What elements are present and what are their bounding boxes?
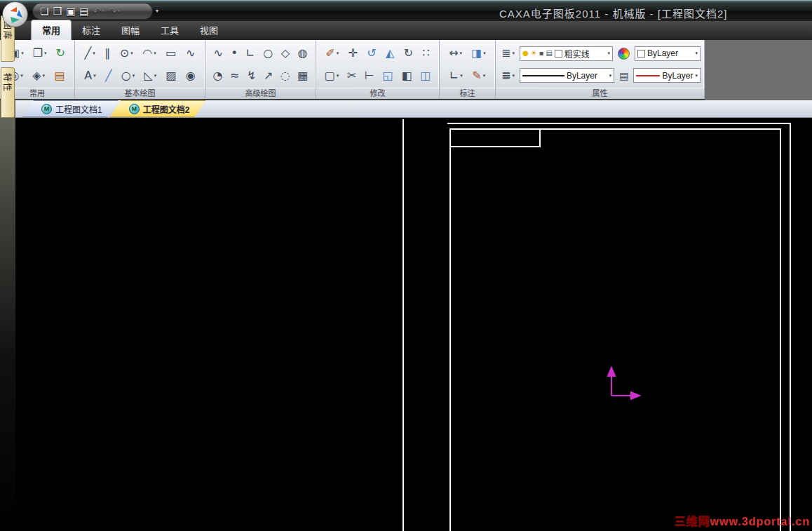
ribbon-button-circle-tangent[interactable]: ◍ bbox=[296, 45, 310, 62]
ribbon-button-coord-dimension[interactable]: ∟▾ bbox=[447, 67, 465, 84]
color-picker-button[interactable] bbox=[616, 45, 632, 62]
group-label-modify: 修改 bbox=[316, 88, 439, 99]
ribbon-button-stretch[interactable]: ▢▾ bbox=[323, 67, 341, 84]
dropdown-caret-icon[interactable]: ▾ bbox=[609, 73, 612, 79]
ribbon-button-hatch[interactable]: ▨ bbox=[163, 67, 178, 84]
ribbon-button-line[interactable]: ╱▾ bbox=[83, 45, 97, 62]
ribbon-button-arrow[interactable]: ↗ bbox=[262, 67, 275, 84]
dropdown-caret-icon[interactable]: ▾ bbox=[512, 51, 515, 56]
ribbon-button-wave-line[interactable]: ≈ bbox=[228, 67, 241, 84]
dropdown-caret-icon[interactable]: ▾ bbox=[93, 73, 96, 79]
dropdown-caret-icon[interactable]: ▾ bbox=[21, 51, 24, 56]
ribbon-button-erase[interactable]: ✐▾ bbox=[323, 45, 341, 62]
ribbon-button-break-line[interactable]: ↯ bbox=[245, 67, 258, 84]
dropdown-caret-icon[interactable]: ▾ bbox=[44, 51, 47, 56]
ribbon-button-ellipse[interactable]: ○▾ bbox=[119, 67, 137, 84]
ribbon-tab[interactable]: 工具 bbox=[150, 20, 189, 40]
ribbon-tab[interactable]: 视图 bbox=[189, 20, 229, 40]
dropdown-caret-icon[interactable]: ▾ bbox=[118, 9, 121, 14]
drawing-canvas[interactable]: 三维网www.3dportal.cn bbox=[15, 118, 812, 531]
ribbon-button-trim[interactable]: ✂ bbox=[345, 67, 358, 84]
ribbon-button-arc[interactable]: ◠▾ bbox=[140, 45, 158, 62]
line-width-button[interactable]: ≡▾ bbox=[499, 67, 517, 84]
side-tab-properties[interactable]: 特性 bbox=[1, 67, 15, 118]
ribbon-button-curve[interactable]: ∿ bbox=[184, 45, 197, 62]
ribbon-button-text[interactable]: A▾ bbox=[82, 67, 97, 84]
dropdown-caret-icon[interactable]: ▾ bbox=[154, 51, 156, 56]
ribbon-button-scale[interactable]: ◱ bbox=[381, 67, 395, 84]
ribbon-button-contour[interactable]: ◌ bbox=[278, 67, 292, 84]
dropdown-caret-icon[interactable]: ▾ bbox=[483, 51, 486, 56]
dropdown-caret-icon[interactable]: ▾ bbox=[43, 73, 46, 79]
ribbon-button-dimension-edit[interactable]: ✎▾ bbox=[470, 67, 487, 84]
ribbon-button-view-manager[interactable]: ▤ bbox=[52, 67, 67, 84]
ribbon-button-mirror[interactable]: ◭ bbox=[384, 45, 396, 62]
dropdown-caret-icon[interactable]: ▾ bbox=[512, 73, 515, 79]
ribbon-button-dimension[interactable]: ↔▾ bbox=[447, 45, 464, 62]
ribbon-button-explode[interactable]: ◫ bbox=[418, 67, 433, 84]
ribbon-button-chamfer[interactable]: ◺▾ bbox=[142, 67, 158, 84]
layer-settings-button[interactable]: ≣▾ bbox=[499, 45, 517, 62]
dropdown-caret-icon[interactable]: ▾ bbox=[337, 51, 339, 56]
dropdown-caret-icon[interactable]: ▾ bbox=[460, 73, 463, 79]
qat-button-open[interactable]: ❒ bbox=[53, 6, 62, 16]
ribbon-button-array[interactable]: ∷ bbox=[420, 45, 431, 62]
ribbon-button-solid-fill[interactable]: ▦ bbox=[295, 67, 310, 84]
dropdown-caret-icon[interactable]: ▾ bbox=[337, 73, 339, 79]
ribbon-button-rotate-copy[interactable]: ↺ bbox=[365, 45, 378, 62]
qat-button-redo[interactable]: ↷ ▾ bbox=[109, 6, 120, 16]
ribbon-button-copy[interactable]: ❐▾ bbox=[31, 45, 49, 62]
dropdown-caret-icon[interactable]: ▾ bbox=[102, 9, 104, 14]
dropdown-caret-icon[interactable]: ▾ bbox=[695, 73, 698, 79]
dropdown-caret-icon[interactable]: ▾ bbox=[695, 51, 698, 56]
qat-button-new[interactable]: ❏ bbox=[40, 6, 49, 16]
ucs-axis-icon bbox=[590, 365, 641, 408]
dropdown-caret-icon[interactable]: ▾ bbox=[154, 73, 157, 79]
ribbon-button-center-line[interactable]: ╱ bbox=[103, 67, 114, 84]
layer-freeze-icon[interactable]: ☀ bbox=[531, 50, 537, 57]
dropdown-caret-icon[interactable]: ▾ bbox=[93, 51, 95, 56]
color-combo[interactable]: ByLayer ▾ bbox=[635, 46, 701, 61]
frame-corner-block bbox=[449, 128, 541, 147]
dropdown-caret-icon[interactable]: ▾ bbox=[460, 51, 463, 56]
ribbon-button-datum-label[interactable]: ◨▾ bbox=[469, 45, 488, 62]
ribbon-button-detail-view[interactable]: ◉ bbox=[184, 67, 198, 84]
dropdown-caret-icon[interactable]: ▾ bbox=[130, 51, 133, 56]
ribbon-tab[interactable]: 常用 bbox=[31, 20, 72, 40]
qat-button-save[interactable]: ▣ bbox=[66, 6, 75, 16]
layer-combo[interactable]: ● ☀ ▪ ▤ 粗实线 ▾ bbox=[520, 46, 613, 61]
qat-customize-button[interactable]: ▾ bbox=[156, 8, 158, 14]
dropdown-caret-icon[interactable]: ▾ bbox=[20, 73, 23, 79]
ribbon-button-ellipse-adv[interactable]: ○ bbox=[261, 45, 275, 62]
document-tab[interactable]: M 工程图文档2 bbox=[110, 100, 206, 117]
ribbon-button-polygon[interactable]: ◇ bbox=[279, 45, 292, 62]
ribbon-button-partial-arc[interactable]: ◔ bbox=[211, 67, 225, 84]
linewidth-combo[interactable]: ByLayer ▾ bbox=[633, 68, 701, 83]
ribbon-button-parallel-line[interactable]: ∥ bbox=[102, 45, 112, 62]
dropdown-caret-icon[interactable]: ▾ bbox=[133, 73, 135, 79]
document-tab[interactable]: M 工程图文档1 bbox=[22, 100, 119, 117]
linetype-combo[interactable]: ByLayer ▾ bbox=[520, 68, 614, 83]
ribbon-button-formula-curve[interactable]: ∟ bbox=[243, 45, 257, 62]
ribbon-button-extend[interactable]: ⊢ bbox=[363, 67, 377, 84]
ribbon-tab[interactable]: 图幅 bbox=[111, 20, 150, 40]
qat-button-print[interactable]: ▤ bbox=[79, 6, 88, 16]
ribbon-button-redraw[interactable]: ↻ bbox=[54, 45, 67, 62]
ribbon-button-circle[interactable]: ⊙▾ bbox=[118, 45, 135, 62]
layer-lock-icon[interactable]: ▪ bbox=[539, 50, 544, 57]
ribbon-button-point[interactable]: • bbox=[229, 45, 239, 62]
dropdown-caret-icon[interactable]: ▾ bbox=[607, 51, 610, 56]
line-style-button[interactable]: ▤ bbox=[617, 67, 630, 84]
ribbon-button-edit[interactable]: ◧ bbox=[399, 67, 414, 84]
ribbon-button-move[interactable]: ✛ bbox=[346, 45, 360, 62]
app-logo-button[interactable] bbox=[2, 1, 28, 27]
qat-button-undo[interactable]: ↶ ▾ bbox=[93, 6, 104, 16]
ribbon-button-rectangle[interactable]: ▭ bbox=[163, 45, 178, 62]
layer-on-icon[interactable]: ● bbox=[522, 50, 529, 57]
ribbon-button-insert[interactable]: ◈▾ bbox=[30, 67, 47, 84]
ribbon-button-rotate[interactable]: ↻ bbox=[402, 45, 415, 62]
layer-print-icon[interactable]: ▤ bbox=[546, 50, 552, 57]
ribbon-tab[interactable]: 标注 bbox=[72, 20, 111, 40]
ribbon-button-spline[interactable]: ∿ bbox=[212, 45, 225, 62]
dropdown-caret-icon[interactable]: ▾ bbox=[483, 73, 486, 79]
